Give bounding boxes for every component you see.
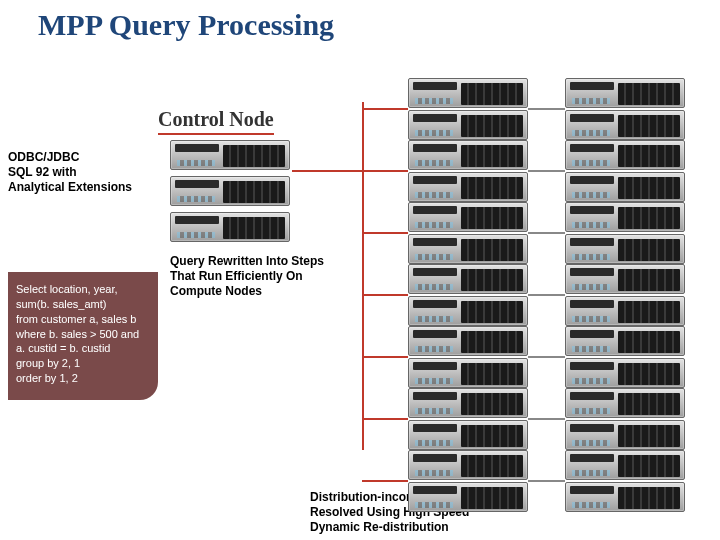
link-compute-pair [528,418,565,420]
compute-server [408,78,528,108]
sql-line: from customer a, sales b [16,312,150,327]
compute-server [565,388,685,418]
compute-server [565,172,685,202]
bus-to-compute-row [362,418,408,420]
bus-vertical [362,102,364,450]
control-server [170,176,290,206]
link-compute-pair [528,108,565,110]
control-server [170,140,290,170]
bus-to-compute-row [362,232,408,234]
compute-server [565,296,685,326]
bus-to-compute-row [362,356,408,358]
link-compute-pair [528,232,565,234]
compute-server [408,110,528,140]
sql-line: sum(b. sales_amt) [16,297,150,312]
bus-to-compute-row [362,294,408,296]
compute-server [565,420,685,450]
compute-server [408,420,528,450]
note-line: That Run Efficiently On [170,269,350,284]
compute-server [565,234,685,264]
odbc-line: SQL 92 with [8,165,132,180]
sql-line: Select location, year, [16,282,150,297]
odbc-line: Analytical Extensions [8,180,132,195]
sql-query-box: Select location, year, sum(b. sales_amt)… [8,272,158,400]
sql-line: group by 2, 1 [16,356,150,371]
link-compute-pair [528,480,565,482]
link-compute-pair [528,170,565,172]
compute-server [565,78,685,108]
bus-to-compute-row [362,108,408,110]
odbc-label: ODBC/JDBC SQL 92 with Analytical Extensi… [8,150,132,195]
compute-server [408,450,528,480]
compute-server [565,264,685,294]
compute-server [565,110,685,140]
note-line: Compute Nodes [170,284,350,299]
compute-server [408,202,528,232]
link-compute-pair [528,294,565,296]
compute-server [565,326,685,356]
compute-server [408,234,528,264]
compute-server [408,326,528,356]
link-compute-pair [528,356,565,358]
compute-server [408,296,528,326]
compute-server [565,202,685,232]
note-line: Dynamic Re-distribution [310,520,550,535]
bus-to-control [292,170,362,172]
sql-line: where b. sales > 500 and [16,327,150,342]
control-server [170,212,290,242]
page-title: MPP Query Processing [38,8,334,42]
compute-server [408,388,528,418]
note-line: Query Rewritten Into Steps [170,254,350,269]
sql-line: order by 1, 2 [16,371,150,386]
bus-to-compute-row [362,480,408,482]
bus-to-compute-row [362,170,408,172]
control-node-label: Control Node [158,108,274,135]
compute-server [408,172,528,202]
compute-server [408,140,528,170]
compute-server [565,358,685,388]
odbc-line: ODBC/JDBC [8,150,132,165]
note-rewrite: Query Rewritten Into Steps That Run Effi… [170,254,350,299]
compute-server [565,140,685,170]
compute-server [408,264,528,294]
compute-server [565,482,685,512]
compute-server [565,450,685,480]
compute-server [408,358,528,388]
sql-line: a. custid = b. custid [16,341,150,356]
compute-server [408,482,528,512]
